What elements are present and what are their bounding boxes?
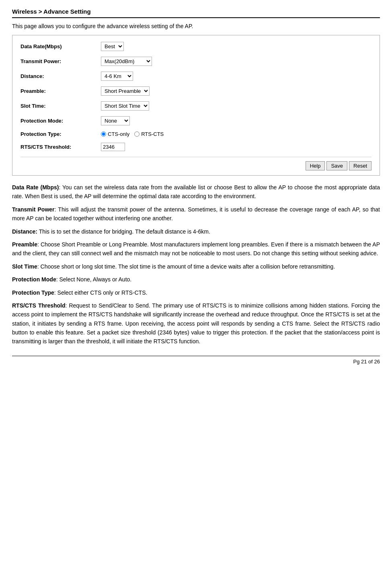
page-info: Pg 21 of 26 <box>353 359 380 365</box>
term-0: Data Rate (Mbps) <box>12 184 59 191</box>
rts-cts-threshold[interactable] <box>101 143 125 151</box>
form-row-1: Transmit Power:Max(20dBm)High(17dBm)Medi… <box>21 57 371 66</box>
data-rate-select[interactable]: Best125.56911121824364854 <box>101 42 124 51</box>
form-row-7: RTS/CTS Threshold: <box>21 143 371 151</box>
form-label-0: Data Rate(Mbps) <box>21 43 101 49</box>
description-4: Slot Time: Choose short or long slot tim… <box>12 262 380 271</box>
page-footer: Pg 21 of 26 <box>12 356 380 365</box>
form-control-4: Short Slot TimeLong Slot Time <box>101 101 149 111</box>
term-7: RTS/CTS Threshold <box>12 302 66 309</box>
protection-type-label-cts-only[interactable]: CTS-only <box>101 131 129 137</box>
preamble-select[interactable]: Short PreambleLong Preamble <box>101 86 150 96</box>
form-label-4: Slot Time: <box>21 103 101 109</box>
button-row: HelpSaveReset <box>21 157 371 170</box>
transmit-power-select[interactable]: Max(20dBm)High(17dBm)Medium(14dBm)Low(11… <box>101 57 152 66</box>
form-control-5: NoneAlwaysAuto <box>101 116 130 125</box>
term-4: Slot Time <box>12 263 37 270</box>
form-control-6: CTS-onlyRTS-CTS <box>101 131 164 137</box>
description-0: Data Rate (Mbps): You can set the wirele… <box>12 183 380 201</box>
form-label-6: Protection Type: <box>21 131 101 137</box>
slot-time-select[interactable]: Short Slot TimeLong Slot Time <box>101 101 149 111</box>
form-label-1: Transmit Power: <box>21 58 101 64</box>
form-control-7 <box>101 143 125 151</box>
form-row-2: Distance:1-2 Km2-4 Km4-6 Km6-8 Km8-10 Km <box>21 72 371 81</box>
form-row-3: Preamble:Short PreambleLong Preamble <box>21 86 371 96</box>
protection-type-label-rts-cts[interactable]: RTS-CTS <box>134 131 164 137</box>
protection-type-radio-rts-cts[interactable] <box>134 131 140 137</box>
form-row-0: Data Rate(Mbps)Best125.56911121824364854 <box>21 42 371 51</box>
protection-mode-select[interactable]: NoneAlwaysAuto <box>101 116 130 125</box>
distance-select[interactable]: 1-2 Km2-4 Km4-6 Km6-8 Km8-10 Km <box>101 72 133 81</box>
form-label-2: Distance: <box>21 73 101 79</box>
form-control-1: Max(20dBm)High(17dBm)Medium(14dBm)Low(11… <box>101 57 152 66</box>
description-7: RTS/CTS Threshold: Request to Send/Clear… <box>12 301 380 346</box>
save-button[interactable]: Save <box>326 161 347 170</box>
settings-box: Data Rate(Mbps)Best125.56911121824364854… <box>12 35 380 176</box>
page-title: Wireless > Advance Setting <box>12 8 380 18</box>
form-row-5: Protection Mode:NoneAlwaysAuto <box>21 116 371 125</box>
form-control-2: 1-2 Km2-4 Km4-6 Km6-8 Km8-10 Km <box>101 72 133 81</box>
form-control-3: Short PreambleLong Preamble <box>101 86 150 96</box>
form-label-5: Protection Mode: <box>21 118 101 124</box>
intro-text: This page allows you to configure the ad… <box>12 23 380 29</box>
description-1: Transmit Power: This will adjust the tra… <box>12 205 380 223</box>
description-2: Distance: This is to set the distance fo… <box>12 227 380 236</box>
protection-type-radio-cts-only[interactable] <box>101 131 106 137</box>
term-1: Transmit Power <box>12 206 55 213</box>
help-button[interactable]: Help <box>306 161 325 170</box>
description-6: Protection Type: Select either CTS only … <box>12 288 380 297</box>
form-label-7: RTS/CTS Threshold: <box>21 144 101 150</box>
term-2: Distance: <box>12 228 37 235</box>
term-5: Protection Mode <box>12 276 56 283</box>
term-3: Preamble <box>12 241 37 248</box>
form-row-4: Slot Time:Short Slot TimeLong Slot Time <box>21 101 371 111</box>
protection-type-group: CTS-onlyRTS-CTS <box>101 131 164 137</box>
form-control-0: Best125.56911121824364854 <box>101 42 124 51</box>
term-6: Protection Type <box>12 289 54 296</box>
form-row-6: Protection Type:CTS-onlyRTS-CTS <box>21 131 371 137</box>
form-label-3: Preamble: <box>21 88 101 94</box>
reset-button[interactable]: Reset <box>349 161 371 170</box>
description-5: Protection Mode: Select None, Always or … <box>12 275 380 284</box>
description-3: Preamble: Choose Short Preamble or Long … <box>12 240 380 258</box>
